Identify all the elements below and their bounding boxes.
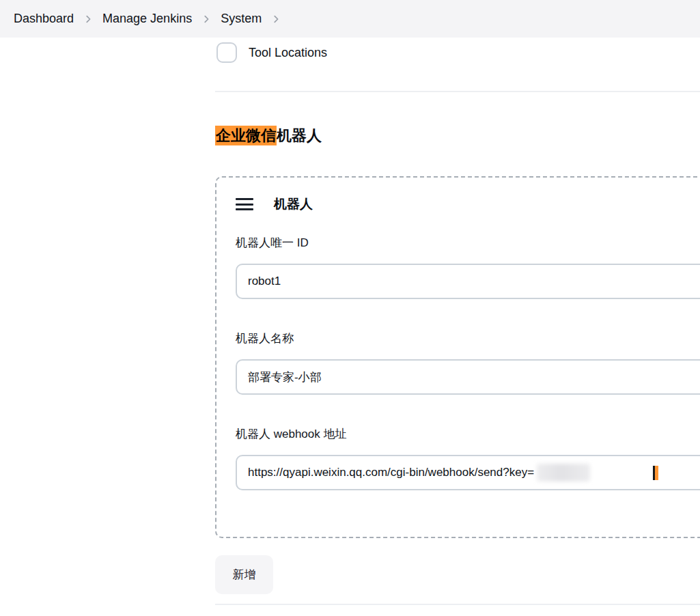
robot-id-label: 机器人唯一 ID <box>236 235 700 251</box>
chevron-right-icon <box>201 14 211 24</box>
redaction-blur <box>537 464 590 481</box>
section-title: 企业微信机器人 <box>215 126 322 146</box>
webhook-url-text: https://qyapi.weixin.qq.com/cgi-bin/webh… <box>248 466 534 479</box>
page: Dashboard Manage Jenkins System Tool Loc… <box>0 0 700 616</box>
robot-panel-header: 机器人 <box>236 195 700 213</box>
breadcrumb: Dashboard Manage Jenkins System <box>0 0 700 38</box>
add-robot-button[interactable]: 新增 <box>215 555 273 594</box>
robot-name-label: 机器人名称 <box>236 331 700 347</box>
chevron-right-icon <box>83 14 93 24</box>
bottom-divider <box>215 604 700 605</box>
tool-locations-row: Tool Locations <box>216 42 327 63</box>
tool-locations-checkbox[interactable] <box>216 42 237 63</box>
robot-id-input[interactable] <box>236 264 700 299</box>
breadcrumb-item-dashboard[interactable]: Dashboard <box>14 12 74 26</box>
robot-name-field: 机器人名称 <box>236 331 700 395</box>
breadcrumb-item-manage-jenkins[interactable]: Manage Jenkins <box>102 12 192 26</box>
robot-webhook-field: 机器人 webhook 地址 https://qyapi.weixin.qq.c… <box>236 426 700 490</box>
search-highlight: 企业微信 <box>215 126 277 145</box>
breadcrumb-item-system[interactable]: System <box>221 12 262 26</box>
section-title-rest: 机器人 <box>277 127 322 144</box>
robot-id-field: 机器人唯一 ID <box>236 235 700 299</box>
robot-panel-title: 机器人 <box>274 195 313 213</box>
robot-webhook-label: 机器人 webhook 地址 <box>236 426 700 443</box>
partial-highlighted-character <box>653 466 661 480</box>
robot-config-panel: 机器人 机器人唯一 ID 机器人名称 机器人 webhook 地址 https:… <box>215 176 700 538</box>
section-divider <box>215 91 700 92</box>
robot-webhook-input[interactable]: https://qyapi.weixin.qq.com/cgi-bin/webh… <box>236 455 700 490</box>
robot-name-input[interactable] <box>236 359 700 395</box>
chevron-right-icon <box>271 14 281 24</box>
drag-handle-icon[interactable] <box>236 198 253 210</box>
tool-locations-label[interactable]: Tool Locations <box>249 46 327 60</box>
